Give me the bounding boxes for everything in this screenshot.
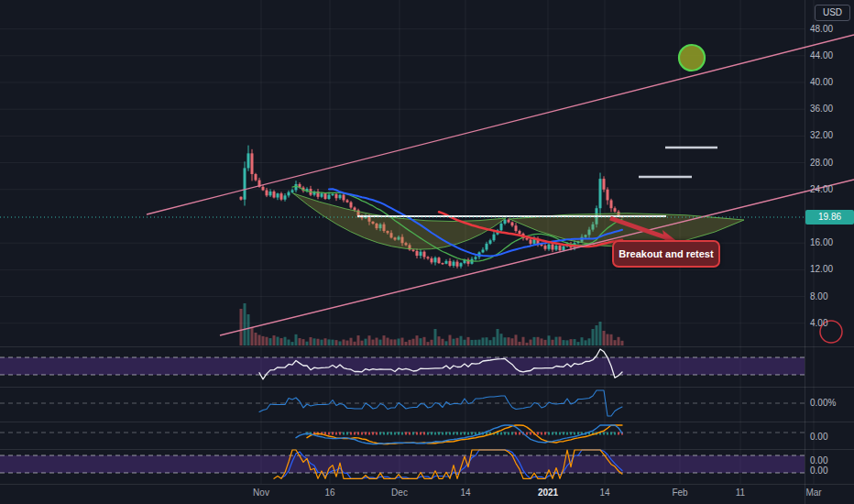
osc-histogram-tick: [464, 433, 465, 435]
candle-body: [504, 220, 507, 224]
volume-bar: [273, 335, 276, 345]
trendline-upper[interactable]: [147, 35, 854, 214]
volume-bar: [599, 322, 602, 345]
volume-bar: [310, 337, 312, 345]
volume-bar: [379, 340, 382, 345]
volume-bar: [607, 334, 609, 345]
volume-bar: [614, 340, 617, 345]
currency-axis-badge[interactable]: USD: [815, 5, 850, 21]
osc-histogram-tick: [409, 433, 411, 435]
candle-body: [555, 246, 558, 249]
osc-histogram-tick: [577, 433, 579, 435]
osc-histogram-tick: [563, 433, 564, 435]
candle-body: [266, 191, 268, 196]
volume-bar: [251, 327, 254, 345]
volume-bar: [519, 342, 521, 345]
time-axis-label: 11: [736, 488, 745, 498]
volume-bar: [537, 337, 540, 345]
volume-bar: [383, 335, 386, 345]
volume-bar: [420, 338, 422, 345]
volume-bar: [372, 340, 375, 345]
time-axis-label: Nov: [253, 488, 269, 498]
volume-bar: [522, 337, 525, 345]
candle-body: [475, 257, 477, 259]
volume-bar: [552, 340, 554, 345]
osc-histogram-tick: [416, 433, 418, 435]
volume-bar: [541, 338, 543, 345]
volume-bar: [247, 314, 250, 345]
candle-body: [328, 195, 331, 199]
indicator-axis-label: 0.00: [810, 455, 827, 466]
osc-histogram-tick: [570, 433, 572, 435]
osc-histogram-tick: [559, 433, 561, 435]
osc-histogram-tick: [475, 433, 476, 435]
candle-body: [486, 244, 488, 250]
candle-body: [335, 194, 338, 198]
volume-bar: [328, 339, 331, 345]
volume-bar: [449, 335, 452, 345]
candle-body: [563, 247, 565, 250]
volume-bar: [343, 340, 345, 345]
volume-bar: [478, 340, 481, 345]
osc-histogram-tick: [614, 433, 616, 435]
volume-bar: [288, 340, 290, 345]
osc-histogram-tick: [471, 433, 473, 435]
volume-bar: [317, 339, 320, 345]
volume-bar: [563, 340, 565, 345]
volume-bar: [508, 337, 510, 345]
osc-histogram-tick: [508, 433, 509, 435]
volume-bar: [504, 337, 507, 345]
candle-body: [482, 249, 485, 252]
indicator-axis-label: 0.00: [810, 466, 827, 476]
volume-bar: [431, 340, 433, 345]
volume-bar: [409, 340, 411, 345]
candle-body: [416, 251, 419, 256]
candle-body: [607, 190, 609, 201]
osc-histogram-tick: [618, 433, 619, 435]
indicator-axis-label: 0.00%: [810, 398, 836, 408]
price-axis-label: 36.00: [810, 104, 833, 114]
time-axis-label: 14: [599, 488, 609, 498]
candle-body: [251, 153, 254, 174]
volume-bar: [306, 342, 309, 345]
volume-bar: [515, 334, 518, 345]
volume-bar: [442, 339, 444, 345]
osc-histogram-tick: [339, 433, 341, 435]
osc-histogram-tick: [519, 433, 520, 435]
volume-bar: [566, 340, 569, 345]
volume-bar: [390, 339, 393, 345]
volume-bar: [460, 336, 463, 345]
volume-bar: [427, 342, 430, 345]
breakout-annotation-label[interactable]: Breakout and retest: [612, 240, 720, 268]
osc-histogram-tick: [401, 433, 403, 435]
target-circle[interactable]: [679, 45, 705, 71]
volume-bar: [486, 337, 488, 345]
price-axis-label: 12.00: [810, 264, 833, 274]
chart-canvas[interactable]: [0, 0, 854, 504]
osc-histogram-tick: [526, 433, 528, 435]
candle-body: [453, 262, 455, 266]
candle-body: [610, 200, 613, 208]
volume-bar: [581, 337, 584, 345]
candle-body: [423, 252, 426, 257]
osc-histogram-tick: [350, 433, 352, 435]
osc-histogram-tick: [552, 433, 553, 435]
volume-bar: [365, 339, 367, 345]
candle-body: [526, 238, 529, 239]
osc-histogram-tick: [379, 433, 381, 435]
candle-body: [420, 252, 422, 256]
candle-body: [431, 258, 433, 262]
time-axis-label: 16: [324, 488, 334, 498]
osc-histogram-tick: [335, 433, 337, 435]
volume-bar: [588, 338, 591, 345]
price-axis-label: 16.00: [810, 237, 833, 247]
current-price-badge: 19.86: [805, 210, 854, 225]
candle-body: [244, 168, 246, 199]
stoch-band: [0, 455, 805, 473]
volume-bar: [475, 340, 477, 345]
volume-bar: [299, 338, 301, 345]
volume-bar: [603, 331, 606, 345]
volume-bar: [489, 340, 492, 345]
osc-histogram-tick: [453, 433, 454, 435]
osc-histogram-tick: [603, 433, 605, 435]
